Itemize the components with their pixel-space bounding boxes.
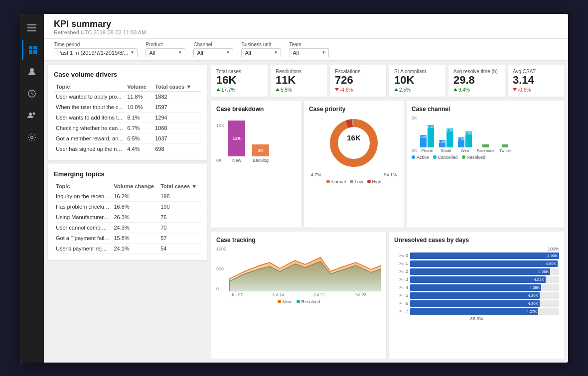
case-tracking-title: Case tracking — [216, 237, 381, 244]
content-area: Case volume drivers Topic Volume Total c… — [44, 61, 568, 363]
sidebar-icon-dashboard[interactable] — [22, 40, 42, 60]
kpi-change-val-1: 5.5% — [281, 87, 292, 93]
chevron-down-icon: ▼ — [130, 50, 134, 55]
svg-rect-4 — [33, 46, 37, 49]
y-label-0k: 0K — [216, 158, 224, 163]
filter-team-label: Team — [289, 42, 329, 47]
filter-team-select[interactable]: All ▼ — [289, 48, 329, 57]
kpi-label-1: Resolutions — [276, 69, 322, 74]
bar-backlog-label: Backlog — [253, 158, 269, 163]
kpi-arrow-1 — [276, 88, 280, 91]
col-total-cases[interactable]: Total cases ▼ — [153, 82, 201, 92]
et-total-5: 54 — [158, 243, 201, 253]
emerging-topics-title: Emerging topics — [54, 170, 201, 178]
vd-total-2: 1294 — [153, 112, 201, 123]
filter-time-select[interactable]: Past 1 m (2019/7/1-2019/8/... ▼ — [54, 48, 138, 57]
sidebar-icon-people[interactable] — [22, 106, 42, 125]
kpi-card-2: Escalations 726 -4.6% — [330, 65, 386, 97]
volume-row-2: User wants to add items t...8.1%1294 — [54, 112, 201, 123]
et-total-3: 70 — [158, 222, 201, 233]
vd-topic-4: Got a member reward, an... — [54, 133, 125, 143]
channel-email: Email — [441, 148, 451, 153]
unresolved-track-2: 4.66K — [410, 268, 559, 275]
unresolved-fill-7: 4.27K — [410, 308, 538, 315]
unresolved-row-5: >= 5 4.30K — [394, 292, 559, 299]
col-total-e[interactable]: Total cases ▼ — [158, 182, 201, 191]
channel-y-0k: 0K — [412, 148, 417, 153]
unresolved-cases-card: Unresolved cases by days 100% >= 0 4.95K… — [389, 232, 564, 359]
filter-product-select[interactable]: All ▼ — [146, 48, 185, 57]
kpi-value-5: 3.14 — [513, 74, 559, 86]
channel-web: Web — [461, 148, 469, 153]
kpi-change-4: 9.4% — [453, 87, 500, 93]
svg-rect-1 — [27, 27, 36, 28]
unresolved-bottom-pct: 86.3% — [470, 316, 483, 321]
col-topic: Topic — [54, 82, 125, 92]
sidebar-icon-menu[interactable] — [22, 18, 42, 38]
unresolved-title: Unresolved cases by days — [394, 237, 559, 244]
svg-point-7 — [30, 68, 34, 72]
case-breakdown-card: Case breakdown 10K 0K 13K — [211, 101, 301, 228]
x-jul14: Jul 14 — [272, 292, 284, 297]
kpi-label-5: Avg CSAT — [513, 69, 559, 74]
kpi-arrow-4 — [453, 88, 457, 91]
unresolved-track-5: 4.30K — [410, 292, 559, 299]
sidebar-icon-user[interactable] — [22, 62, 42, 82]
unresolved-row-6: >= 6 4.30K — [394, 300, 559, 307]
channel-legend: Active Cancelled Resolved — [412, 155, 559, 160]
case-breakdown-title: Case breakdown — [216, 106, 296, 113]
kpi-value-4: 29.8 — [453, 74, 500, 86]
vd-topic-5: User has signed up the ne... — [54, 143, 125, 154]
channel-twitter: Twitter — [499, 148, 511, 153]
et-topic-1: Has problem chceking exp... — [54, 201, 112, 212]
track-y-500: 500 — [216, 266, 226, 271]
unresolved-label-7: >= 7 — [394, 309, 408, 314]
sidebar-icon-settings[interactable] — [22, 127, 42, 147]
priority-pct-high: 4.7% — [311, 172, 321, 177]
unresolved-val-5: 4.30K — [528, 293, 538, 298]
tracking-legend: New Resolved — [216, 299, 381, 304]
vd-vol-5: 4.4% — [125, 143, 153, 154]
unresolved-val-2: 4.66K — [538, 269, 549, 274]
filter-channel-select[interactable]: All ▼ — [193, 48, 233, 57]
unresolved-fill-5: 4.30K — [410, 292, 540, 299]
svg-rect-6 — [33, 50, 37, 54]
chevron-down-icon: ▼ — [321, 50, 325, 55]
legend-low: Low — [355, 179, 363, 184]
emerging-row-4: Got a ""payment failed""...15.8%57 — [54, 233, 201, 243]
emerging-row-5: User's paymenr rejected d...24.1%54 — [54, 243, 201, 253]
unresolved-label-2: >= 2 — [394, 269, 408, 274]
unresolved-val-6: 4.30K — [528, 301, 538, 306]
vd-topic-2: User wants to add items t... — [54, 112, 125, 123]
case-channel-title: Case channel — [412, 106, 559, 113]
et-topic-5: User's paymenr rejected d... — [54, 243, 112, 253]
unresolved-fill-6: 4.30K — [410, 300, 540, 307]
sidebar-icon-clock[interactable] — [22, 84, 42, 104]
x-jul28: Jul 28 — [355, 292, 367, 297]
legend-high: High — [372, 179, 382, 184]
x-jul21: Jul 21 — [313, 292, 325, 297]
unresolved-row-7: >= 7 4.27K — [394, 308, 559, 315]
kpi-card-5: Avg CSAT 3.14 -0.6% — [508, 65, 564, 97]
unresolved-label-6: >= 6 — [394, 301, 408, 306]
bottom-row: Case tracking 1000 500 0 — [211, 232, 564, 359]
volume-row-4: Got a member reward, an...6.5%1037 — [54, 133, 201, 143]
unresolved-row-1: >= 1 4.90K — [394, 260, 559, 267]
kpi-change-val-5: -0.6% — [518, 87, 531, 93]
case-channel-card: Case channel 5K 0K 2.4K — [407, 101, 564, 228]
kpi-change-2: -4.6% — [335, 87, 381, 93]
chevron-down-icon: ▼ — [178, 50, 182, 55]
col-volume: Volume — [125, 82, 153, 92]
kpi-change-3: 2.5% — [394, 87, 441, 93]
emerging-row-2: Using Manufacturer coup...26.3%76 — [54, 212, 201, 222]
et-topic-2: Using Manufacturer coup... — [54, 212, 112, 222]
unresolved-fill-4: 4.38K — [410, 284, 541, 291]
chevron-down-icon: ▼ — [226, 50, 230, 55]
legend-active: Active — [417, 155, 429, 160]
unresolved-row-4: >= 4 4.38K — [394, 284, 559, 291]
sidebar — [20, 14, 44, 363]
donut-legend: Normal Low High — [309, 179, 399, 184]
unresolved-label-3: >= 3 — [394, 277, 408, 282]
unresolved-row-3: >= 3 4.52K — [394, 276, 559, 283]
filter-bu-select[interactable]: All ▼ — [241, 48, 281, 57]
